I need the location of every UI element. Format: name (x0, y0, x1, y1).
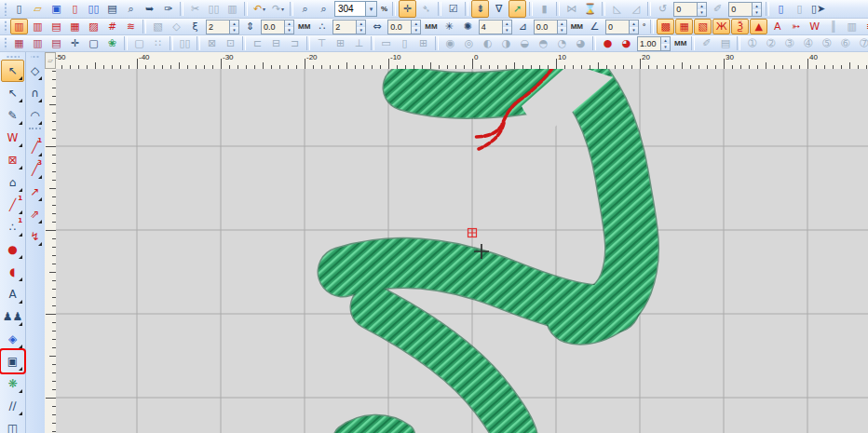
arrow-run-icon[interactable]: ➳ (787, 19, 805, 34)
node-snap-icon[interactable]: ➴ (417, 0, 435, 18)
satin-stitch-icon[interactable]: ▥ (10, 19, 28, 34)
trim-shape-icon[interactable]: ◎ (460, 35, 478, 51)
knife-tool[interactable]: ✎ (1, 104, 24, 127)
angle-icon[interactable]: ∠ (586, 19, 604, 34)
pattern-stitch-icon[interactable]: ▨ (85, 19, 102, 34)
texture-fill-3-icon[interactable]: ▧ (694, 19, 712, 34)
sew-simulator-icon[interactable]: ✑ (159, 0, 177, 18)
split-columns-tool[interactable]: ◫ (1, 417, 24, 433)
monogram-icon[interactable]: A (768, 19, 786, 34)
options-check-icon[interactable]: ☑ (444, 0, 462, 18)
open-file-icon[interactable]: ▱ (29, 0, 47, 18)
block-pattern-3-icon[interactable]: ▤ (47, 35, 65, 51)
outline-stitch-icon[interactable]: ▤ (47, 19, 65, 34)
zoom-previous-icon[interactable]: ⌕ (296, 0, 314, 18)
print-icon[interactable]: ▤ (103, 0, 121, 18)
design-canvas[interactable] (56, 69, 868, 433)
lock-icon[interactable]: ⊠ (203, 35, 221, 51)
fill-stitch-icon[interactable]: ▦ (66, 19, 84, 34)
size-height-icon[interactable]: ▯ (396, 35, 414, 51)
unlock-icon[interactable]: ⊡ (222, 35, 239, 51)
zigzag-column-icon[interactable]: Ж (712, 19, 730, 34)
stitch-length-spinner[interactable]: 0.0▴▾ (261, 20, 294, 34)
step-stitch-icon[interactable]: ▥ (29, 19, 47, 34)
cut-icon[interactable]: ✂ (186, 0, 204, 18)
circle-tool[interactable]: ● (1, 238, 24, 261)
align-bottom-icon[interactable]: ⊥ (350, 35, 368, 51)
select-tool[interactable]: ↖ (1, 60, 24, 82)
delete-stitches-tool[interactable]: ⊠ (1, 149, 24, 171)
arc-tool[interactable]: ◖ (1, 261, 24, 283)
select-nodes-icon[interactable]: ∷ (149, 35, 167, 51)
skew-left-icon[interactable]: ◺ (608, 0, 626, 18)
save-to-card-icon[interactable]: ▯ (772, 0, 790, 18)
align-top-icon[interactable]: ⊤ (313, 35, 331, 51)
new-file-icon[interactable]: ▯ (10, 0, 28, 18)
skew-right-icon[interactable]: ◿ (627, 0, 644, 18)
stamp-1-icon[interactable]: ➀ (743, 35, 761, 51)
stamp-create-icon[interactable]: ✐ (698, 35, 715, 51)
center-design-icon[interactable]: ✛ (66, 35, 84, 51)
needle-point-icon[interactable]: ⇟ (471, 0, 489, 18)
overlap-spinner[interactable]: 1.00▴▾ (637, 36, 671, 51)
auto-scroll-icon[interactable]: ✛ (399, 0, 416, 18)
exclude-icon[interactable]: ◑ (497, 35, 515, 51)
edit-nodes-tool[interactable]: ↖ (1, 82, 24, 104)
paste-icon[interactable]: ▥ (224, 0, 241, 18)
mirror-vertical-icon[interactable]: ⌛ (581, 0, 599, 18)
send-back-icon[interactable]: ◓ (535, 35, 552, 51)
stamp-7-icon[interactable]: ➆ (855, 35, 868, 51)
arrange-copies-tool[interactable]: ❋ (1, 372, 24, 395)
texture-fill-1-icon[interactable]: ▩ (657, 19, 674, 34)
send-to-machine-icon[interactable]: ▯➤ (809, 0, 827, 18)
size-rect-icon[interactable]: ▭ (377, 35, 395, 51)
polygon-shape-tool[interactable]: ◇ (26, 60, 44, 82)
grid-stitch-icon[interactable]: # (103, 19, 121, 34)
curve-column-icon[interactable]: Ѯ (731, 19, 749, 34)
copy-icon[interactable]: ▯▯ (205, 0, 223, 18)
undo-icon[interactable]: ↶▾ (251, 0, 268, 18)
block-pattern-1-icon[interactable]: ▦ (10, 35, 28, 51)
zoom-level-combo[interactable]: 304▾ (334, 1, 377, 17)
angle-spinner[interactable]: 0▴▾ (605, 20, 639, 34)
pattern-gray-icon[interactable]: ▥ (843, 19, 861, 34)
combine-icon[interactable]: ◔ (553, 35, 571, 51)
align-center-h-icon[interactable]: ⊟ (267, 35, 285, 51)
density-icon[interactable]: ξ (186, 19, 204, 34)
keep-overlap-icon[interactable]: ◕ (617, 35, 635, 51)
stamp-apply-icon[interactable]: ▤ (716, 35, 734, 51)
stamp-3-icon[interactable]: ➂ (780, 35, 798, 51)
lettering-tool[interactable]: W (1, 127, 24, 149)
slant-angle-spinner[interactable]: 0▴▾ (728, 2, 762, 17)
needle-up-icon[interactable]: ∇ (490, 0, 508, 18)
run-stitch-tool[interactable]: ∴1 (1, 216, 24, 238)
scatter-alt-icon[interactable]: ✺ (459, 19, 477, 34)
clone-icon[interactable]: ▯▯ (176, 35, 194, 51)
rotate-angle-spinner[interactable]: 0▴▾ (673, 2, 707, 17)
stamp-5-icon[interactable]: ➄ (818, 35, 835, 51)
break-apart-icon[interactable]: ◕ (572, 35, 590, 51)
shape-icon[interactable]: ◇ (168, 19, 185, 34)
stamp-6-icon[interactable]: ➅ (836, 35, 854, 51)
save-file-icon[interactable]: ▣ (47, 0, 65, 18)
texture-fill-2-icon[interactable]: ▦ (675, 19, 693, 34)
print-preview-icon[interactable]: ⌕ (122, 0, 140, 18)
zigzag-run-icon[interactable]: W (806, 19, 823, 34)
insert-design-icon[interactable]: ▯ (66, 0, 84, 18)
parallel-lines-icon[interactable]: ≡ (861, 19, 868, 34)
rhinestone-tool[interactable]: ◈ (1, 328, 24, 350)
offset-icon[interactable]: ⊿ (514, 19, 532, 34)
zoom-tool-icon[interactable]: ⌕ (315, 0, 332, 18)
double-arrow-tool[interactable]: ⇗ (26, 203, 44, 225)
apex-column-icon[interactable]: ▲ (750, 19, 767, 34)
merge-design-icon[interactable]: ▯▯ (85, 0, 102, 18)
bring-front-icon[interactable]: ◒ (516, 35, 534, 51)
block-pattern-2-icon[interactable]: ▥ (29, 35, 47, 51)
select-rect-icon[interactable]: ▢ (130, 35, 148, 51)
triple-run-tool[interactable]: ╱3 (26, 158, 44, 181)
hatch-fill-tool[interactable]: ∕∕ (1, 395, 24, 417)
hoop-icon[interactable]: ❀ (103, 35, 121, 51)
pull-comp-spinner[interactable]: 0.0▴▾ (387, 20, 421, 34)
intersect-icon[interactable]: ◐ (479, 35, 496, 51)
columns-gray-icon[interactable]: ║ (824, 19, 842, 34)
